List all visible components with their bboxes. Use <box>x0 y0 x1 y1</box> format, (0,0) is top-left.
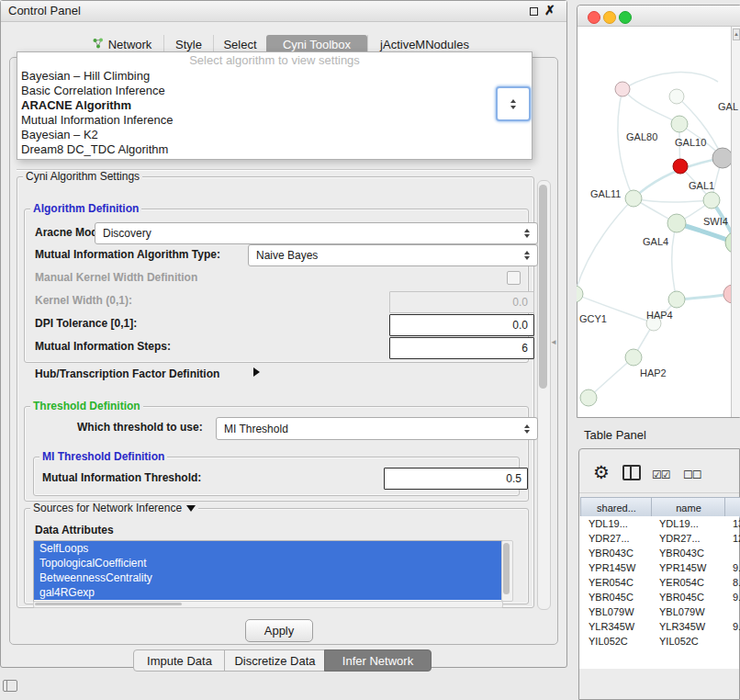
data-attributes-label: Data Attributes <box>35 524 114 536</box>
network-node[interactable] <box>723 285 731 303</box>
column-header-shared-name[interactable]: shared... <box>580 497 653 518</box>
table-cell: 12 <box>724 531 740 546</box>
node-label: SWI4 <box>703 216 728 227</box>
algorithm-option[interactable]: Basic Correlation Inference <box>17 84 532 98</box>
bottom-tab-impute-data[interactable]: Impute Data <box>133 649 226 672</box>
column-header-cut[interactable] <box>724 497 740 518</box>
table-cell: YLR345W <box>651 619 733 634</box>
table-cell: 13 <box>724 516 740 531</box>
network-node[interactable] <box>625 349 642 366</box>
hub-section-header[interactable]: Hub/Transcription Factor Definition <box>35 367 219 380</box>
table-panel-title: Table Panel <box>584 428 646 442</box>
node-label: GAL4 <box>643 236 668 247</box>
algorithm-option-selected[interactable]: ARACNE Algorithm <box>17 98 532 113</box>
network-vscrollbar[interactable]: ▲ <box>731 27 740 417</box>
network-node[interactable] <box>577 286 583 302</box>
mi-algorithm-type-label: Mutual Information Algorithm Type: <box>35 248 220 261</box>
tab-label: Network <box>108 38 152 51</box>
manual-kernel-width-label: Manual Kernel Width Definition <box>35 271 197 284</box>
table-cell: 8. <box>724 575 740 590</box>
list-scrollbar[interactable] <box>501 540 513 602</box>
node-label: GAL <box>718 101 738 112</box>
combo-stepper-icon <box>524 424 530 434</box>
table-cell: YDR27... <box>651 531 733 546</box>
sources-group-title[interactable]: Sources for Network Inference <box>30 502 198 514</box>
split-collapse-icon[interactable]: ◄ <box>550 338 557 346</box>
network-node[interactable] <box>703 192 720 209</box>
network-node[interactable] <box>580 390 597 406</box>
table-cell: 9. <box>724 590 740 604</box>
manual-kernel-width-checkbox[interactable] <box>507 271 521 285</box>
mi-algorithm-type-combo[interactable]: Naive Bayes <box>248 244 538 266</box>
node-label: HAP4 <box>646 310 673 321</box>
network-node[interactable] <box>625 190 642 207</box>
list-item-selected[interactable]: gal4RGexp <box>34 585 502 600</box>
mac-minimize-button[interactable] <box>603 11 616 24</box>
kernel-width-field[interactable]: 0.0 <box>389 291 534 313</box>
algorithm-definition-title: Algorithm Definition <box>30 203 141 215</box>
checked-boxes-icon[interactable]: ☑☑ <box>652 469 670 481</box>
table-cell: YPR145W <box>580 560 659 575</box>
close-icon[interactable]: ✗ <box>544 3 555 17</box>
tab-label: Select <box>223 38 256 51</box>
gear-icon[interactable]: ⚙ <box>593 461 610 483</box>
network-tab-icon <box>93 38 104 51</box>
combo-stepper-icon <box>524 251 530 260</box>
node-label: GAL80 <box>626 131 657 142</box>
apply-button[interactable]: Apply <box>245 619 313 642</box>
table-cell: YBL079W <box>651 604 733 619</box>
unchecked-boxes-icon[interactable]: ☐☐ <box>683 469 701 481</box>
network-node[interactable] <box>712 148 731 168</box>
table-cell: 9. <box>724 619 740 634</box>
aracne-mode-combo[interactable]: Discovery <box>95 222 538 244</box>
table-cell <box>724 546 740 560</box>
network-window-titlebar <box>577 6 740 27</box>
table-cell: YBR043C <box>651 546 733 560</box>
float-window-icon[interactable] <box>530 7 538 16</box>
table-cell: YDR27... <box>580 531 659 546</box>
list-item-selected[interactable]: TopologicalCoefficient <box>34 556 502 570</box>
list-item-selected[interactable]: BetweennessCentrality <box>34 570 502 585</box>
network-node-red[interactable] <box>673 159 688 174</box>
algorithm-option[interactable]: Mutual Information Inference <box>17 113 532 128</box>
bottom-tab-infer-network[interactable]: Infer Network <box>324 649 432 672</box>
network-node[interactable] <box>667 214 686 232</box>
column-header-name[interactable]: name <box>651 497 726 518</box>
combo-value: Discovery <box>103 227 151 240</box>
settings-scrollbar-thumb[interactable] <box>539 185 547 389</box>
triangle-down-icon <box>186 505 196 512</box>
list-scrollbar-thumb[interactable] <box>503 543 510 594</box>
network-node[interactable] <box>615 82 630 96</box>
algorithm-option[interactable]: Dream8 DC_TDC Algorithm <box>17 142 532 157</box>
algorithm-option[interactable]: Bayesian – Hill Climbing <box>17 69 532 84</box>
column-chooser-icon[interactable] <box>622 465 641 480</box>
mac-close-button[interactable] <box>588 11 600 24</box>
list-hscrollbar-thumb[interactable] <box>35 603 182 605</box>
list-hscrollbar[interactable] <box>33 601 503 608</box>
algorithm-combo-stepper[interactable] <box>496 86 531 121</box>
settings-scrollbar[interactable] <box>537 180 551 610</box>
network-node[interactable] <box>669 89 684 104</box>
table-cell: YPR145W <box>651 560 733 575</box>
algorithm-option[interactable]: Bayesian – K2 <box>17 128 532 142</box>
list-item-selected[interactable]: SelfLoops <box>34 541 502 556</box>
scrollbar-up-arrow[interactable]: ▲ <box>733 28 740 40</box>
minimized-panel-icon[interactable] <box>3 680 17 692</box>
mi-threshold-field[interactable]: 0.5 <box>384 468 528 490</box>
network-node[interactable] <box>668 291 685 308</box>
data-attributes-list[interactable]: SelfLoops TopologicalCoefficient Between… <box>33 540 503 602</box>
network-node[interactable] <box>671 116 688 132</box>
mac-zoom-button[interactable] <box>619 11 632 24</box>
table-cell: YDL19... <box>580 516 659 531</box>
bottom-tab-discretize-data[interactable]: Discretize Data <box>224 649 326 672</box>
mi-steps-field[interactable]: 6 <box>389 337 534 359</box>
combo-value: MI Threshold <box>224 423 288 435</box>
triangle-right-icon[interactable] <box>253 367 260 377</box>
table-cell: YER054C <box>651 575 733 590</box>
dpi-tolerance-field[interactable]: 0.0 <box>389 314 534 336</box>
table-cell: YBR043C <box>580 546 659 560</box>
tab-label: jActiveMNodules <box>380 38 469 51</box>
threshold-definition-title: Threshold Definition <box>30 401 143 412</box>
which-threshold-label: Which threshold to use: <box>77 421 203 434</box>
which-threshold-combo[interactable]: MI Threshold <box>216 417 538 440</box>
